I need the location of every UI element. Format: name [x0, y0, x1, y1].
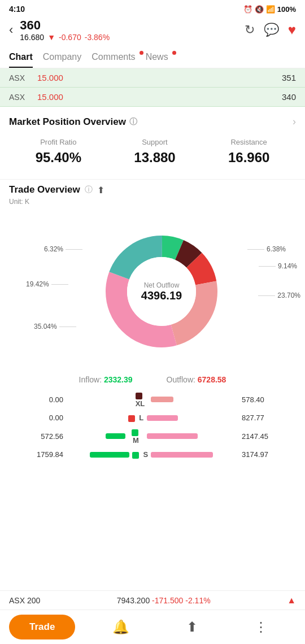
xl-out-val: 578.40 — [242, 395, 287, 404]
label-midright: 9.14% — [259, 262, 297, 270]
bottom-nav: Trade 🔔 ⬆ ⋮ — [0, 610, 305, 644]
m-bar-in — [106, 433, 125, 439]
battery-label: 100% — [277, 5, 296, 14]
resistance-metric: Resistance 16.960 — [228, 138, 269, 166]
chevron-right-icon[interactable]: › — [293, 116, 296, 128]
unit-label: Unit: K — [9, 198, 296, 206]
status-time: 4:10 — [9, 5, 25, 14]
trade-overview-section: Trade Overview ⓘ ⬆ Unit: K Net Outflow 4… — [0, 180, 305, 469]
l-out-val: 827.77 — [242, 414, 287, 422]
label-left: 19.42% — [26, 280, 68, 288]
support-label: Support — [134, 138, 175, 146]
l-bars: L — [63, 414, 239, 422]
market-metrics: Profit Ratio 95.40% Support 13.880 Resis… — [9, 136, 296, 175]
flow-row-s: 1759.84 S 3174.97 — [18, 450, 287, 459]
share-nav-icon[interactable]: ⬆ — [186, 619, 198, 635]
share-icon[interactable]: ⬆ — [97, 185, 104, 195]
outflow-summary: Outflow: 6728.58 — [167, 375, 226, 384]
flow-table: 0.00 XL 578.40 0.00 L 827 — [9, 391, 296, 459]
xl-type: XL — [132, 391, 149, 408]
alert-icon[interactable]: 🔔 — [112, 619, 129, 635]
m-bar-out — [147, 433, 198, 439]
s-type: S — [132, 450, 149, 459]
status-right: ⏰ 🔇 📶 100% — [243, 5, 296, 14]
ticker-info: 360 16.680 ▼ -0.670 -3.86% — [20, 18, 237, 42]
ticker-chevron-icon[interactable]: ▲ — [287, 595, 296, 606]
trade-overview-title: Trade Overview — [9, 184, 80, 195]
m-bars: M — [63, 428, 239, 445]
price-change-pct: -3.86% — [85, 33, 110, 42]
favorite-button[interactable]: ♥ — [288, 22, 296, 38]
trade-info-icon[interactable]: ⓘ — [85, 185, 93, 195]
outflow-label: Outflow: — [167, 375, 195, 384]
profit-ratio-value: 95.40% — [36, 150, 81, 166]
donut-center-label: Net Outflow — [141, 281, 182, 289]
flow-row-xl: 0.00 XL 578.40 — [18, 391, 287, 408]
m-type: M — [128, 428, 145, 445]
s-bars: S — [63, 450, 239, 459]
donut-center-value: 4396.19 — [141, 289, 182, 302]
mute-icon: 🔇 — [255, 5, 264, 14]
l-type: L — [128, 414, 145, 422]
s-out-val: 3174.97 — [242, 450, 287, 459]
s-in-val: 1759.84 — [18, 450, 63, 459]
profit-ratio-metric: Profit Ratio 95.40% — [36, 138, 81, 166]
tab-news[interactable]: News — [146, 46, 178, 68]
price-change-val: -0.670 — [59, 33, 81, 42]
xl-bars: XL — [63, 391, 239, 408]
ticker-price: 7943.200 — [117, 596, 150, 605]
status-bar: 4:10 ⏰ 🔇 📶 100% — [0, 0, 305, 16]
label-topright: 6.38% — [247, 245, 286, 253]
price-row: 16.680 ▼ -0.670 -3.86% — [20, 33, 237, 42]
nav-icons: 🔔 ⬆ ⋮ — [84, 619, 296, 635]
inflow-label: Inflow: — [79, 375, 102, 384]
news-dot — [172, 51, 176, 55]
price-value: 16.680 — [20, 33, 44, 42]
s-color-box — [132, 452, 139, 459]
signal-icon: 📶 — [266, 5, 275, 14]
more-icon[interactable]: ⋮ — [254, 619, 268, 635]
price-table: ASX 15.000 351 ASX 15.000 340 — [0, 68, 305, 107]
support-metric: Support 13.880 — [134, 138, 175, 166]
exchange-1: ASX — [9, 73, 37, 82]
xl-bar-out — [151, 397, 173, 402]
donut-chart: Net Outflow 4396.19 6.32% 19.42% 35.04% … — [9, 212, 305, 371]
m-color-box — [132, 429, 138, 436]
price-2: 15.000 — [37, 92, 282, 102]
trade-button[interactable]: Trade — [9, 615, 75, 639]
l-color-box — [128, 415, 135, 422]
price-change: ▼ — [47, 33, 55, 42]
market-position-title: Market Position Overview ⓘ — [9, 116, 137, 128]
m-in-val: 572.56 — [18, 432, 63, 441]
outflow-value: 6728.58 — [198, 375, 226, 384]
vol-1: 351 — [282, 73, 296, 82]
tab-company[interactable]: Company — [43, 46, 91, 68]
label-right: 23.70% — [258, 291, 300, 299]
back-button[interactable]: ‹ — [9, 23, 13, 37]
l-in-val: 0.00 — [18, 414, 63, 422]
market-position-section: Market Position Overview ⓘ › Profit Rati… — [0, 107, 305, 179]
vol-2: 340 — [282, 92, 296, 102]
info-icon[interactable]: ⓘ — [129, 117, 137, 127]
trade-overview-header: Trade Overview ⓘ ⬆ — [9, 184, 296, 195]
tab-comments[interactable]: Comments — [91, 46, 145, 68]
support-value: 13.880 — [134, 150, 175, 166]
s-bar-in — [90, 452, 129, 458]
tab-chart[interactable]: Chart — [9, 46, 43, 68]
s-bar-out — [151, 452, 213, 458]
flow-summary: Inflow: 2332.39 Outflow: 6728.58 — [9, 371, 296, 391]
header-icons: ↻ 💬 ♥ — [245, 22, 296, 38]
comment-button[interactable]: 💬 — [264, 23, 279, 37]
price-1: 15.000 — [37, 73, 282, 82]
resistance-value: 16.960 — [228, 150, 269, 166]
ticker-values: 7943.200 -171.500 -2.11% — [117, 596, 211, 605]
resistance-label: Resistance — [228, 138, 269, 146]
inflow-summary: Inflow: 2332.39 — [79, 375, 133, 384]
bottom-spacer — [0, 469, 305, 537]
profit-ratio-label: Profit Ratio — [36, 138, 81, 146]
header: ‹ 360 16.680 ▼ -0.670 -3.86% ↻ 💬 ♥ — [0, 16, 305, 46]
xl-in-val: 0.00 — [18, 395, 63, 404]
refresh-button[interactable]: ↻ — [245, 23, 255, 37]
inflow-value: 2332.39 — [104, 375, 133, 384]
alarm-icon: ⏰ — [243, 5, 252, 14]
